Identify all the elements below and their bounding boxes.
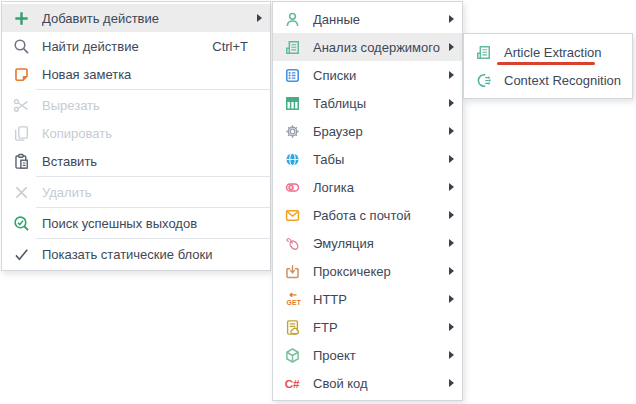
article-icon: [474, 43, 492, 61]
submenu-arrow-icon: [449, 267, 454, 275]
menu-item-label: Логика: [313, 180, 444, 195]
submenu-arrow-icon: [449, 15, 454, 23]
menu-item-label: Проксичекер: [313, 264, 444, 279]
submenu-arrow-icon: [449, 211, 454, 219]
menu-item-tabs[interactable]: Табы: [273, 145, 462, 173]
submenu-arrow-icon: [449, 155, 454, 163]
submenu-arrow-icon: [449, 127, 454, 135]
delete-x-icon: [12, 183, 30, 201]
check-icon: [12, 245, 30, 263]
menu-item-label: Браузер: [313, 124, 444, 139]
submenu-arrow-icon: [449, 99, 454, 107]
note-icon: [12, 65, 30, 83]
menu-item-project[interactable]: Проект: [273, 341, 462, 369]
ftp-doc-cloud-icon: [283, 318, 301, 336]
menu-item-label: Табы: [313, 152, 444, 167]
menu-item-emulation[interactable]: Эмуляция: [273, 229, 462, 257]
red-underline-annotation: [497, 62, 595, 65]
menu-item-search-success-exits[interactable]: Поиск успешных выходов: [2, 209, 270, 237]
submenu-arrow-icon: [449, 239, 454, 247]
plus-icon: [12, 9, 30, 27]
menu-separator: [36, 238, 270, 239]
menu-item-label: Свой код: [313, 376, 444, 391]
http-get-icon: GET: [283, 290, 301, 308]
submenu-arrow-icon: [449, 323, 454, 331]
menu-item-delete: Удалить: [2, 178, 270, 206]
menu-item-paste[interactable]: Вставить: [2, 147, 270, 175]
menu-separator: [36, 207, 270, 208]
submenu-arrow-icon: [449, 183, 454, 191]
csharp-icon: C#: [283, 374, 301, 392]
svg-text:GET: GET: [286, 299, 300, 306]
scissors-icon: [12, 96, 30, 114]
menu-item-add-action[interactable]: Добавить действие: [2, 4, 270, 32]
menu-item-label: Эмуляция: [313, 236, 444, 251]
copy-icon: [12, 124, 30, 142]
content-analysis-submenu: Article Extraction Context Recognition: [463, 33, 633, 99]
shortcut-text: Ctrl+T: [212, 39, 248, 54]
search-icon: [12, 37, 30, 55]
menu-item-label: Данные: [313, 12, 444, 27]
menu-item-browser[interactable]: Браузер: [273, 117, 462, 145]
list-icon: [283, 66, 301, 84]
menu-item-context-recognition[interactable]: Context Recognition: [464, 66, 632, 94]
submenu-arrow-icon: [449, 71, 454, 79]
menu-item-label: Context Recognition: [504, 73, 624, 88]
menu-item-new-note[interactable]: Новая заметка: [2, 60, 270, 88]
menu-item-ftp[interactable]: FTP: [273, 313, 462, 341]
svg-text:C#: C#: [284, 377, 299, 390]
gear-icon: [283, 122, 301, 140]
globe-icon: [283, 150, 301, 168]
search-check-icon: [12, 214, 30, 232]
menu-item-label: Поиск успешных выходов: [42, 216, 252, 231]
menu-item-label: Article Extraction: [504, 45, 624, 60]
menu-item-label: Новая заметка: [42, 67, 252, 82]
menu-item-label: Таблицы: [313, 96, 444, 111]
menu-item-lists[interactable]: Списки: [273, 61, 462, 89]
menu-item-email[interactable]: Работа с почтой: [273, 201, 462, 229]
menu-item-http[interactable]: GET HTTP: [273, 285, 462, 313]
menu-item-show-static-blocks[interactable]: Показать статические блоки: [2, 240, 270, 268]
context-menu: Добавить действие Найти действие Ctrl+T …: [1, 1, 271, 271]
menu-item-label: Проект: [313, 348, 444, 363]
menu-item-label: Найти действие: [42, 39, 212, 54]
menu-item-label: FTP: [313, 320, 444, 335]
article-icon: [283, 38, 301, 56]
menu-separator: [36, 176, 270, 177]
menu-item-label: HTTP: [313, 292, 444, 307]
menu-item-label: Копировать: [42, 126, 252, 141]
toggle-icon: [283, 178, 301, 196]
menu-item-label: Анализ содержимого: [313, 40, 444, 55]
menu-item-label: Вырезать: [42, 98, 252, 113]
menu-item-proxychecker[interactable]: Проксичекер: [273, 257, 462, 285]
menu-item-label: Вставить: [42, 154, 252, 169]
menu-item-find-action[interactable]: Найти действие Ctrl+T: [2, 32, 270, 60]
menu-separator: [36, 89, 270, 90]
menu-item-data[interactable]: Данные: [273, 5, 462, 33]
submenu-arrow-icon: [257, 14, 262, 22]
submenu-arrow-icon: [449, 379, 454, 387]
menu-item-label: Удалить: [42, 185, 252, 200]
inbox-down-icon: [283, 262, 301, 280]
cube-icon: [283, 346, 301, 364]
menu-item-label: Показать статические блоки: [42, 247, 252, 262]
menu-item-logic[interactable]: Логика: [273, 173, 462, 201]
table-icon: [283, 94, 301, 112]
submenu-arrow-icon: [449, 43, 454, 51]
actions-submenu: Данные Анализ содержимого Списки: [272, 1, 463, 401]
paste-icon: [12, 152, 30, 170]
submenu-arrow-icon: [449, 351, 454, 359]
menu-item-label: Списки: [313, 68, 444, 83]
mail-icon: [283, 206, 301, 224]
menu-item-content-analysis[interactable]: Анализ содержимого: [273, 33, 462, 61]
mouse-icon: [283, 234, 301, 252]
menu-item-tables[interactable]: Таблицы: [273, 89, 462, 117]
submenu-arrow-icon: [449, 295, 454, 303]
menu-item-own-code[interactable]: C# Свой код: [273, 369, 462, 397]
context-plug-icon: [474, 71, 492, 89]
person-icon: [283, 10, 301, 28]
menu-item-label: Работа с почтой: [313, 208, 444, 223]
menu-item-label: Добавить действие: [42, 11, 252, 26]
menu-item-article-extraction[interactable]: Article Extraction: [464, 38, 632, 66]
menu-item-copy: Копировать: [2, 119, 270, 147]
